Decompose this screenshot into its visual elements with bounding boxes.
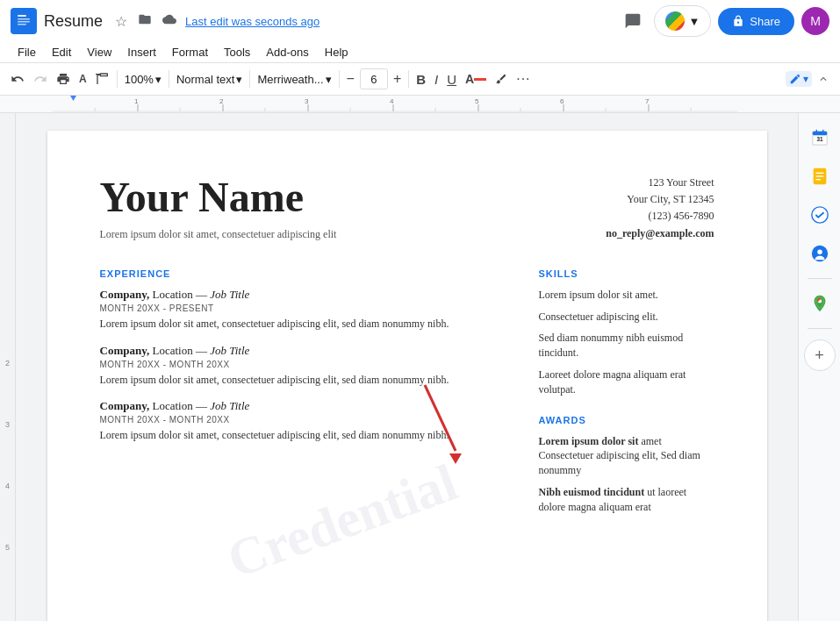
svg-text:6: 6 <box>560 97 564 105</box>
job3-desc: Lorem ipsum dolor sit amet, consectetuer… <box>100 428 504 443</box>
italic-button[interactable]: I <box>431 67 442 91</box>
menu-file[interactable]: File <box>11 42 43 62</box>
svg-text:4: 4 <box>390 97 394 105</box>
calendar-icon[interactable]: 31 <box>802 120 837 155</box>
folder-icon[interactable] <box>138 12 152 30</box>
right-sidebar: 31 <box>798 113 840 621</box>
left-gutter: 2 3 4 5 <box>0 113 16 621</box>
menu-addons[interactable]: Add-ons <box>259 42 315 62</box>
job-entry-3: Company, Location — Job Title MONTH 20XX… <box>100 399 504 443</box>
skills-title: SKILLS <box>539 268 714 279</box>
top-bar: Resume ☆ Last edit was seconds ago ▼ Sha… <box>0 0 840 63</box>
last-edit-link[interactable]: Last edit was seconds ago <box>185 15 319 28</box>
divider-4 <box>339 70 340 88</box>
resume-subtitle: Lorem ipsum dolor sit amet, consectetuer… <box>100 228 337 241</box>
title-bar: Resume ☆ Last edit was seconds ago ▼ Sha… <box>0 0 840 42</box>
contact-city: Your City, ST 12345 <box>606 191 714 208</box>
paint-format-button[interactable] <box>92 67 113 91</box>
style-value: Normal text <box>176 73 234 86</box>
document-page[interactable]: Your Name Lorem ipsum dolor sit amet, co… <box>47 131 767 621</box>
skill-3: Sed diam nonummy nibh euismod tincidunt. <box>539 331 714 360</box>
notes-icon[interactable] <box>802 159 837 194</box>
redo-button[interactable] <box>30 67 51 91</box>
font-value: Merriweath... <box>257 73 323 86</box>
gutter-num-4: 4 <box>5 482 10 490</box>
print-button[interactable] <box>53 67 74 91</box>
job-entry-1: Company, Location — Job Title MONTH 20XX… <box>100 288 504 332</box>
contacts-icon[interactable] <box>802 236 837 271</box>
menu-format[interactable]: Format <box>165 42 215 62</box>
add-icon: + <box>815 346 824 365</box>
svg-text:31: 31 <box>816 136 823 142</box>
svg-text:7: 7 <box>645 97 650 105</box>
menu-view[interactable]: View <box>80 42 118 62</box>
contact-address: 123 Your Street <box>606 175 714 191</box>
cloud-icon[interactable] <box>162 12 176 30</box>
user-avatar[interactable]: M <box>801 7 829 35</box>
font-dropdown[interactable]: Merriweath... ▾ <box>254 67 334 91</box>
svg-text:1: 1 <box>134 97 139 105</box>
menu-help[interactable]: Help <box>318 42 355 62</box>
menu-bar: File Edit View Insert Format Tools Add-o… <box>0 42 840 62</box>
app-icon <box>11 8 37 34</box>
skill-2: Consectetuer adipiscing elit. <box>539 310 714 325</box>
spelling-button[interactable]: A <box>75 67 90 91</box>
skill-1: Lorem ipsum dolor sit amet. <box>539 288 714 303</box>
collapse-toolbar-button[interactable] <box>814 67 833 91</box>
document-area[interactable]: Your Name Lorem ipsum dolor sit amet, co… <box>16 113 798 621</box>
job2-date: MONTH 20XX - MONTH 20XX <box>100 360 504 369</box>
bold-button[interactable]: B <box>413 67 429 91</box>
zoom-chevron: ▾ <box>155 73 162 86</box>
chat-button[interactable] <box>619 7 647 35</box>
doc-name-section: Your Name Lorem ipsum dolor sit amet, co… <box>100 175 337 241</box>
style-chevron: ▾ <box>236 73 242 86</box>
gutter-num-3: 3 <box>5 420 10 429</box>
zoom-dropdown[interactable]: 100% ▾ <box>121 67 165 91</box>
star-icon[interactable]: ☆ <box>115 13 127 30</box>
job2-desc: Lorem ipsum dolor sit amet, consectetuer… <box>100 373 504 388</box>
job1-company: Company, Location — Job Title <box>100 288 504 302</box>
menu-edit[interactable]: Edit <box>45 42 78 62</box>
meet-button-label: ▼ <box>688 15 700 28</box>
svg-text:5: 5 <box>475 97 479 105</box>
gutter-num-2: 2 <box>5 359 10 368</box>
maps-icon[interactable] <box>802 286 837 321</box>
doc-columns: EXPERIENCE Company, Location — Job Title… <box>100 268 714 522</box>
font-size-decrease[interactable]: − <box>343 67 358 91</box>
edit-mode-button[interactable]: ▾ <box>786 71 812 87</box>
add-sidebar-app-button[interactable]: + <box>804 339 836 371</box>
divider-3 <box>249 70 250 88</box>
divider-2 <box>169 70 169 88</box>
font-chevron: ▾ <box>326 73 332 86</box>
toolbar: A 100% ▾ Normal text ▾ Merriweath... ▾ −… <box>0 63 840 96</box>
title-right-actions: ▼ Share M <box>619 5 829 37</box>
share-button[interactable]: Share <box>718 8 794 35</box>
award-2-bold: Nibh euismod tincidunt <box>539 486 645 498</box>
divider-1 <box>117 70 118 88</box>
svg-point-42 <box>817 249 822 254</box>
undo-button[interactable] <box>7 67 28 91</box>
font-size-input[interactable]: 6 <box>360 68 388 89</box>
gutter-num-5: 5 <box>5 543 10 552</box>
highlight-button[interactable] <box>492 67 511 91</box>
tasks-icon[interactable] <box>802 197 837 232</box>
sidebar-divider <box>808 278 832 279</box>
menu-insert[interactable]: Insert <box>120 42 163 62</box>
more-options-button[interactable]: ··· <box>513 67 534 91</box>
svg-text:2: 2 <box>219 97 224 105</box>
text-color-button[interactable]: A <box>462 67 490 91</box>
menu-tools[interactable]: Tools <box>217 42 257 62</box>
svg-text:3: 3 <box>305 97 309 105</box>
svg-rect-1 <box>18 15 26 17</box>
underline-button[interactable]: U <box>443 67 460 91</box>
meet-button[interactable]: ▼ <box>654 5 711 37</box>
style-dropdown[interactable]: Normal text ▾ <box>173 67 246 91</box>
share-button-label: Share <box>750 15 780 28</box>
doc-header: Your Name Lorem ipsum dolor sit amet, co… <box>100 175 714 242</box>
font-size-increase[interactable]: + <box>390 67 405 91</box>
job3-company: Company, Location — Job Title <box>100 399 504 413</box>
award-1: Lorem ipsum dolor sit amet Consectetuer … <box>539 434 714 478</box>
experience-title: EXPERIENCE <box>100 268 504 279</box>
contact-email: no_reply@example.com <box>606 225 714 242</box>
doc-title[interactable]: Resume <box>44 12 103 31</box>
